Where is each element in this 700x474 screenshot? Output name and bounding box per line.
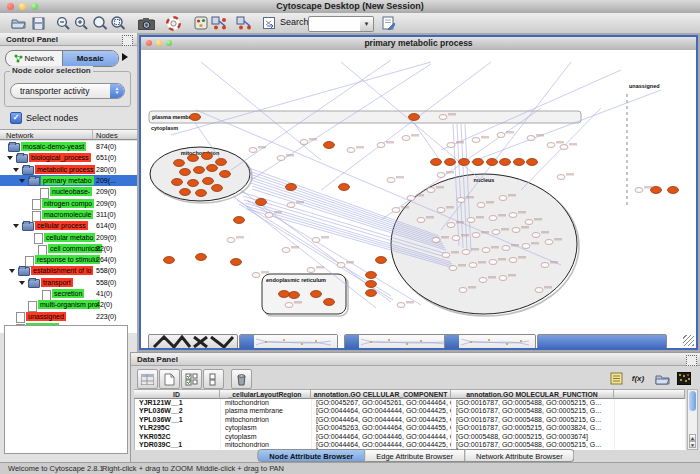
graph-node[interactable] [449, 266, 457, 271]
graph-node[interactable] [541, 263, 549, 268]
tab-mosaic[interactable]: Mosaic [62, 51, 119, 66]
tree-row[interactable]: response to stimulu264(0) [0, 254, 137, 265]
tree-row-label[interactable]: macromolecule [42, 210, 93, 219]
graph-node[interactable] [472, 233, 480, 238]
graph-node[interactable] [180, 169, 191, 176]
new-attribute-icon[interactable] [159, 369, 180, 389]
table-row[interactable]: YLR295Ccytoplasm[GO:0045263, GO:0044464,… [135, 424, 686, 432]
graph-node[interactable] [509, 258, 517, 263]
graph-node[interactable] [527, 159, 538, 166]
table-scrollbar[interactable]: ▲ ▼ [687, 389, 698, 450]
table-cell[interactable]: mitochondrion [221, 416, 312, 424]
graph-node[interactable] [227, 238, 235, 243]
graph-node[interactable] [392, 208, 400, 213]
graph-node[interactable] [502, 246, 510, 251]
graph-node[interactable] [202, 153, 213, 160]
minimized-network-window[interactable] [444, 334, 536, 348]
tree-expander-icon[interactable] [13, 224, 19, 228]
graph-node[interactable] [402, 136, 410, 141]
tree-row-label[interactable]: establishment of lo [31, 266, 93, 275]
graph-node[interactable] [437, 173, 445, 178]
table-cell[interactable]: [GO:0044464, GO:0044444, GO:0044425, G..… [312, 416, 452, 424]
graph-node[interactable] [196, 254, 207, 261]
graph-node[interactable] [366, 272, 377, 279]
graph-node[interactable] [447, 223, 455, 228]
graph-node[interactable] [547, 143, 555, 148]
table-cell[interactable] [615, 441, 686, 449]
table-cell[interactable] [615, 433, 686, 441]
snapshot-icon[interactable] [138, 15, 155, 31]
tree-row-label[interactable]: primary metabo [41, 176, 94, 185]
graph-node[interactable] [467, 218, 475, 223]
table-cell[interactable]: [GO:0044464, GO:0044444, GO:0044425, G..… [312, 407, 452, 415]
function-builder-icon[interactable]: f(x) [629, 371, 647, 386]
table-cell[interactable]: YKR052C [135, 433, 221, 441]
graph-node[interactable] [339, 184, 350, 191]
graph-node[interactable] [409, 114, 420, 121]
table-cell[interactable]: [GO:0016787, GO:0005488, GO:0005215, G..… [452, 407, 615, 415]
graph-node[interactable] [499, 196, 507, 201]
float-data-panel-icon[interactable] [686, 355, 697, 366]
graph-node[interactable] [445, 159, 456, 166]
graph-node[interactable] [300, 140, 308, 145]
graph-node[interactable] [457, 198, 465, 203]
graph-node[interactable] [256, 199, 267, 206]
graph-node[interactable] [387, 178, 395, 183]
table-cell[interactable] [615, 416, 686, 424]
graph-node[interactable] [560, 145, 568, 150]
table-cell[interactable]: plasma membrane [221, 407, 312, 415]
table-cell[interactable]: [GO:0005488, GO:0005215, GO:0003674] [452, 433, 615, 441]
compartment-plasma-membrane[interactable] [149, 111, 581, 123]
table-cell[interactable]: YPL036W__2 [135, 407, 221, 415]
network-graph[interactable]: plasma membranecytoplasmmitochondrionnuc… [141, 50, 696, 348]
graph-node[interactable] [220, 171, 231, 178]
tree-row-label[interactable]: mosaic-demo-yeast [21, 142, 86, 151]
tree-expander-icon[interactable] [9, 269, 15, 273]
tree-row[interactable]: secretion41(0) [0, 288, 137, 299]
attribute-list-icon[interactable] [607, 371, 625, 386]
tree-row-label[interactable]: cell communicat [48, 244, 102, 253]
graph-node[interactable] [366, 290, 377, 297]
graph-node[interactable] [500, 159, 511, 166]
graph-node[interactable] [289, 292, 300, 299]
graph-node[interactable] [447, 143, 455, 148]
table-column-header[interactable] [614, 389, 685, 399]
graph-node[interactable] [427, 188, 435, 193]
tree-row[interactable]: nitrogen compo209(0) [0, 197, 137, 208]
graph-node[interactable] [324, 299, 335, 306]
graph-node[interactable] [265, 213, 273, 218]
table-cell[interactable]: [GO:0016787, GO:0005215, GO:0003824, G..… [452, 424, 615, 432]
tree-row[interactable]: nucleobase-209(0) [0, 186, 137, 197]
graph-node[interactable] [311, 291, 322, 298]
graph-node[interactable] [207, 165, 218, 172]
graph-node[interactable] [196, 190, 207, 197]
tab-scroll-right-icon[interactable] [122, 53, 128, 61]
graph-node[interactable] [279, 291, 290, 298]
search-dropdown-arrow-icon[interactable]: ▼ [360, 16, 374, 32]
tree-row[interactable]: cellular metabo209(0) [0, 231, 137, 242]
table-cell[interactable]: YDR039C__1 [135, 441, 221, 449]
graph-node[interactable] [651, 187, 662, 194]
graph-node[interactable] [459, 159, 470, 166]
graph-node[interactable] [252, 273, 260, 278]
network-window-title-bar[interactable]: primary metabolic process [141, 37, 696, 51]
minimized-network-window[interactable] [239, 334, 338, 348]
graph-node[interactable] [497, 133, 505, 138]
table-cell[interactable]: cytoplasm [221, 424, 312, 432]
tree-row-label[interactable]: cellular metabo [44, 233, 95, 242]
graph-node[interactable] [459, 288, 467, 293]
graph-node[interactable] [366, 281, 377, 288]
tree-row[interactable]: multi-organism pro42(0) [0, 299, 137, 310]
graph-node[interactable] [472, 138, 480, 143]
graph-node[interactable] [442, 253, 450, 258]
graph-node[interactable] [417, 218, 425, 223]
birds-eye-view[interactable] [4, 325, 128, 454]
graph-node[interactable] [407, 196, 415, 201]
tree-row[interactable]: mosaic-demo-yeast874(0) [0, 141, 137, 152]
tree-row[interactable]: biological_process651(0) [0, 152, 137, 163]
vizmapper-icon[interactable] [192, 15, 209, 31]
table-row[interactable]: YPL036W__1mitochondrion[GO:0044464, GO:0… [135, 416, 686, 424]
tab-edge-attribute-browser[interactable]: Edge Attribute Browser [365, 449, 465, 462]
table-column-header[interactable]: annotation.GO MOLECULAR_FUNCTION [451, 389, 614, 399]
edit-network-2-icon[interactable] [236, 15, 253, 31]
